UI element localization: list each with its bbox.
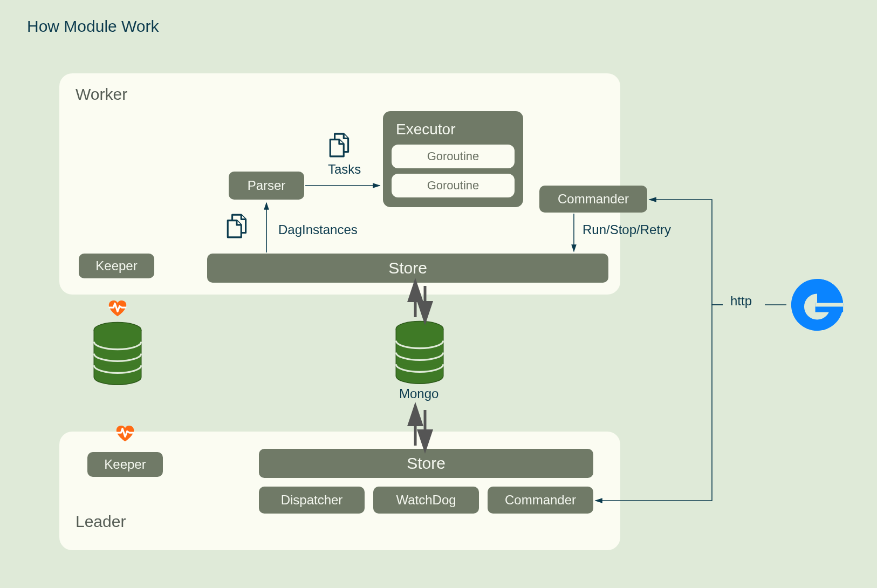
leader-store-box: Store	[259, 449, 593, 478]
worker-executor-box: Executor Goroutine Goroutine	[383, 111, 523, 207]
leader-panel-label: Leader	[76, 512, 126, 531]
heartbeat-icon	[107, 297, 128, 318]
daginstances-label: DagInstances	[278, 222, 358, 237]
svg-rect-5	[816, 303, 844, 307]
diagram-canvas: How Module Work Worker Leader Keeper Par…	[0, 0, 877, 588]
executor-goroutine-1: Goroutine	[392, 145, 515, 168]
executor-goroutine-2: Goroutine	[392, 174, 515, 197]
heartbeat-icon	[114, 422, 136, 443]
leader-watchdog-box: WatchDog	[373, 487, 479, 514]
worker-store-box: Store	[207, 254, 608, 283]
leader-keeper-box: Keeper	[87, 452, 163, 477]
worker-panel-label: Worker	[76, 85, 127, 104]
diagram-title: How Module Work	[27, 17, 159, 36]
leader-commander-box: Commander	[488, 487, 593, 514]
mongo-label: Mongo	[399, 386, 438, 401]
http-label: http	[730, 293, 752, 309]
browser-edge-icon	[787, 275, 847, 334]
worker-commander-box: Commander	[539, 186, 647, 213]
worker-keeper-box: Keeper	[79, 254, 154, 278]
documents-icon	[224, 213, 251, 240]
documents-icon	[327, 132, 354, 159]
runstopretry-label: Run/Stop/Retry	[583, 222, 671, 237]
worker-parser-box: Parser	[229, 172, 304, 200]
executor-title: Executor	[396, 121, 515, 138]
tasks-label: Tasks	[328, 162, 361, 177]
database-icon	[393, 320, 447, 385]
leader-dispatcher-box: Dispatcher	[259, 487, 365, 514]
database-icon	[91, 322, 145, 386]
